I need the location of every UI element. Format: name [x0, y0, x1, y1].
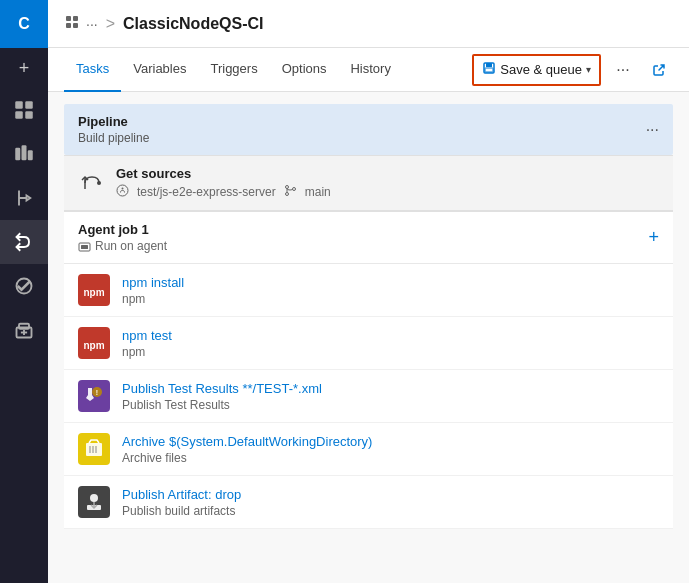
pipeline-card[interactable]: Pipeline Build pipeline ··· [64, 104, 673, 155]
svg-text:npm: npm [83, 340, 104, 351]
sources-svg-icon [81, 172, 103, 194]
main-panel: ··· > ClassicNodeQS-CI Tasks Variables T… [48, 0, 689, 583]
save-svg-icon [482, 61, 496, 75]
publish-test-info: Publish Test Results **/TEST-*.xml Publi… [122, 381, 322, 412]
get-sources-row[interactable]: Get sources test/js-e2e-express-server [64, 155, 673, 210]
nav-actions: Save & queue ▾ ··· [472, 54, 673, 86]
grid-icon [14, 100, 34, 120]
npm-test-icon: npm [78, 327, 110, 359]
sources-repo: test/js-e2e-express-server [137, 185, 276, 199]
branch-icon [284, 184, 297, 200]
archive-svg-icon [83, 438, 105, 460]
sidebar-item-overview[interactable] [0, 88, 48, 132]
publish-artifact-info: Publish Artifact: drop Publish build art… [122, 487, 241, 518]
github-icon [116, 184, 129, 197]
external-link-icon [652, 63, 666, 77]
sidebar-item-testplans[interactable] [0, 264, 48, 308]
npm-install-subtitle: npm [122, 292, 184, 306]
repos-icon [14, 188, 34, 208]
svg-rect-13 [73, 16, 78, 21]
npm-test-title: npm test [122, 328, 172, 343]
agent-job-subtitle: Run on agent [78, 239, 167, 253]
npm-test-subtitle: npm [122, 345, 172, 359]
topbar: ··· > ClassicNodeQS-CI [48, 0, 689, 48]
tab-history[interactable]: History [338, 48, 402, 92]
npm-test-info: npm test npm [122, 328, 172, 359]
svg-rect-15 [73, 23, 78, 28]
publish-artifact-subtitle: Publish build artifacts [122, 504, 241, 518]
sidebar-add-button[interactable]: + [0, 48, 48, 88]
svg-rect-5 [22, 145, 27, 160]
save-icon [482, 61, 496, 78]
pipeline-more-button[interactable]: ··· [646, 121, 659, 139]
publish-test-subtitle: Publish Test Results [122, 398, 322, 412]
publish-artifact-svg-icon [83, 491, 105, 513]
task-item-archive[interactable]: Archive $(System.DefaultWorkingDirectory… [64, 423, 673, 476]
sources-title: Get sources [116, 166, 331, 181]
tab-variables[interactable]: Variables [121, 48, 198, 92]
svg-point-22 [122, 188, 124, 190]
pipeline-card-info: Pipeline Build pipeline [78, 114, 149, 145]
task-item-npm-test[interactable]: npm npm test npm [64, 317, 673, 370]
npm-svg-icon: npm [80, 276, 108, 304]
svg-text:!: ! [96, 389, 98, 396]
svg-rect-14 [66, 23, 71, 28]
svg-rect-2 [15, 111, 23, 119]
publish-test-title: Publish Test Results **/TEST-*.xml [122, 381, 322, 396]
agent-icon [78, 240, 91, 253]
pipeline-subtitle: Build pipeline [78, 131, 149, 145]
topbar-ellipsis[interactable]: ··· [86, 16, 98, 32]
task-item-publish-test[interactable]: ! Publish Test Results **/TEST-*.xml Pub… [64, 370, 673, 423]
svg-rect-3 [25, 111, 33, 119]
svg-rect-12 [66, 16, 71, 21]
boards-icon [14, 144, 34, 164]
svg-rect-9 [19, 324, 29, 329]
task-item-npm-install[interactable]: npm npm install npm [64, 264, 673, 317]
task-item-publish-artifact[interactable]: Publish Artifact: drop Publish build art… [64, 476, 673, 529]
external-link-button[interactable] [645, 56, 673, 84]
svg-rect-0 [15, 101, 23, 109]
git-icon [116, 184, 129, 200]
sources-meta: test/js-e2e-express-server main [116, 184, 331, 200]
svg-rect-17 [486, 63, 492, 67]
pipeline-title: Pipeline [78, 114, 149, 129]
pipeline-topbar-icon [64, 14, 80, 30]
svg-point-38 [90, 494, 98, 502]
svg-point-20 [97, 181, 101, 185]
sidebar-item-artifacts[interactable] [0, 308, 48, 352]
sources-info: Get sources test/js-e2e-express-server [116, 166, 331, 200]
tab-options[interactable]: Options [270, 48, 339, 92]
content-area: Pipeline Build pipeline ··· Get sources [48, 92, 689, 583]
svg-rect-6 [28, 150, 33, 160]
pipelines-icon [14, 232, 34, 252]
tab-triggers[interactable]: Triggers [198, 48, 269, 92]
agent-job-add-button[interactable]: + [648, 227, 659, 248]
sidebar-item-boards[interactable] [0, 132, 48, 176]
publish-artifact-icon [78, 486, 110, 518]
svg-rect-1 [25, 101, 33, 109]
sidebar: C + [0, 0, 48, 583]
npm-install-icon: npm [78, 274, 110, 306]
save-queue-button[interactable]: Save & queue ▾ [472, 54, 601, 86]
git-branch-icon [284, 184, 297, 197]
get-sources-icon [78, 169, 106, 197]
sidebar-item-pipelines[interactable] [0, 220, 48, 264]
archive-info: Archive $(System.DefaultWorkingDirectory… [122, 434, 372, 465]
artifacts-icon [14, 320, 34, 340]
archive-title: Archive $(System.DefaultWorkingDirectory… [122, 434, 372, 449]
archive-subtitle: Archive files [122, 451, 372, 465]
publish-artifact-title: Publish Artifact: drop [122, 487, 241, 502]
more-options-button[interactable]: ··· [609, 56, 637, 84]
save-queue-chevron: ▾ [586, 64, 591, 75]
tab-tasks[interactable]: Tasks [64, 48, 121, 92]
svg-rect-18 [485, 68, 493, 72]
svg-text:npm: npm [83, 287, 104, 298]
sources-branch: main [305, 185, 331, 199]
sidebar-item-repos[interactable] [0, 176, 48, 220]
svg-rect-27 [81, 245, 88, 249]
page-title: ClassicNodeQS-CI [123, 15, 263, 33]
nav-tabs: Tasks Variables Triggers Options History… [48, 48, 689, 92]
agent-job-title: Agent job 1 [78, 222, 167, 237]
npm-test-svg-icon: npm [80, 329, 108, 357]
agent-job-header[interactable]: Agent job 1 Run on agent + [64, 210, 673, 263]
